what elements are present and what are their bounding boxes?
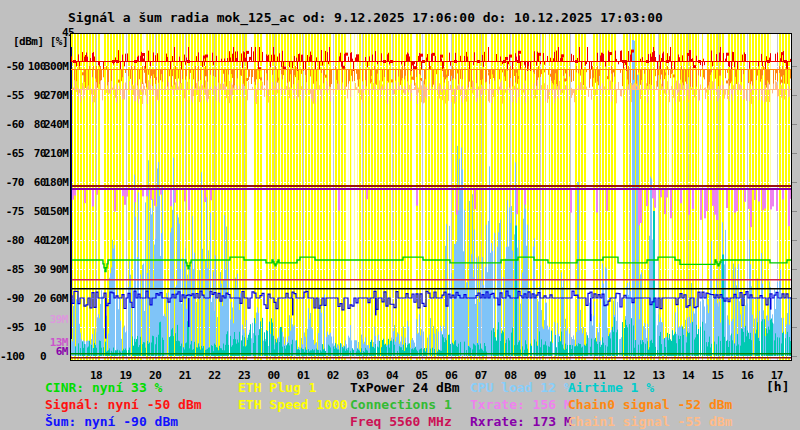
ytick-dbm: -55	[0, 89, 24, 102]
ytick-dbm: -75	[0, 205, 24, 218]
ytick-rate: 180M	[44, 176, 68, 189]
ytick-pct: 90	[26, 89, 46, 102]
ytick-rate: 120M	[44, 234, 68, 247]
ytick-dbm: -65	[0, 147, 24, 160]
ytick-rate-colored: 6M	[44, 345, 68, 358]
ytick-pct: 20	[26, 292, 46, 305]
right-tick	[792, 240, 797, 241]
legend-signal: Signál: nyní -50 dBm	[45, 397, 202, 412]
ytick-pct: 30	[26, 263, 46, 276]
ytick-rate: 60M	[44, 292, 68, 305]
legend-eth-plug: ETH Plug 1	[238, 380, 316, 395]
legend-txrate: Txrate: 156 M	[470, 397, 572, 412]
ytick-dbm: -85	[0, 263, 24, 276]
legend-cinr: CINR: nyní 33 %	[45, 380, 162, 395]
right-tick	[792, 66, 797, 67]
xtick-hour: 02	[323, 369, 343, 382]
ytick-dbm: -70	[0, 176, 24, 189]
ytick-pct: 70	[26, 147, 46, 160]
ytick-dbm: -50	[0, 60, 24, 73]
right-tick	[792, 298, 797, 299]
legend-chain0: Chain0 signal -52 dBm	[568, 397, 732, 412]
graph-title: Signál a šum radia mok_125_ac od: 9.12.2…	[68, 10, 663, 25]
legend-rxrate: Rxrate: 173 M	[470, 414, 572, 429]
xtick-hour: 21	[175, 369, 195, 382]
ytick-pct: 50	[26, 205, 46, 218]
xtick-hour: 16	[737, 369, 757, 382]
ytick-rate-colored: 39M	[44, 313, 68, 326]
axis-units-label: [dBm] [%]	[13, 35, 68, 48]
ytick-pct: 10	[26, 321, 46, 334]
legend-noise: Šum: nyní -90 dBm	[45, 414, 178, 429]
ytick-pct: 40	[26, 234, 46, 247]
right-tick	[792, 356, 797, 357]
ytick-dbm: -90	[0, 292, 24, 305]
xtick-hour: 15	[708, 369, 728, 382]
right-tick	[792, 327, 797, 328]
ytick-rate: 150M	[44, 205, 68, 218]
hour-unit-label: [h]	[766, 379, 789, 394]
right-tick	[792, 269, 797, 270]
right-tick	[792, 182, 797, 183]
legend-eth-speed: ETH Speed 1000	[238, 397, 348, 412]
ytick-pct: 0	[26, 350, 46, 363]
ytick-rate: 270M	[44, 89, 68, 102]
legend-freq: Freq 5560 MHz	[350, 414, 452, 429]
ytick-rate: 240M	[44, 118, 68, 131]
xtick-hour: 22	[204, 369, 224, 382]
right-tick	[792, 95, 797, 96]
ytick-pct: 80	[26, 118, 46, 131]
ytick-rate: 210M	[44, 147, 68, 160]
ytick-pct: 60	[26, 176, 46, 189]
ytick-pct: 100	[26, 60, 46, 73]
ytick-dbm: -60	[0, 118, 24, 131]
legend-cpu-load: CPU load 12 %	[470, 380, 572, 395]
rrd-graph-page: Signál a šum radia mok_125_ac od: 9.12.2…	[0, 0, 800, 430]
ytick-dbm: -95	[0, 321, 24, 334]
legend-connections: Connections 1	[350, 397, 452, 412]
right-tick	[792, 124, 797, 125]
legend-chain1: Chain1 signal -55 dBm	[568, 414, 732, 429]
ytick-rate: 90M	[44, 263, 68, 276]
ytick-rate: 300M	[44, 60, 68, 73]
legend-txpower: TxPower 24 dBm	[350, 380, 460, 395]
ytick-dbm: -100	[0, 350, 24, 363]
chart-plot-area	[70, 33, 792, 361]
legend-airtime: Airtime 1 %	[568, 380, 654, 395]
xtick-hour: 14	[678, 369, 698, 382]
right-tick	[792, 211, 797, 212]
right-tick	[792, 153, 797, 154]
ytick-dbm: -80	[0, 234, 24, 247]
